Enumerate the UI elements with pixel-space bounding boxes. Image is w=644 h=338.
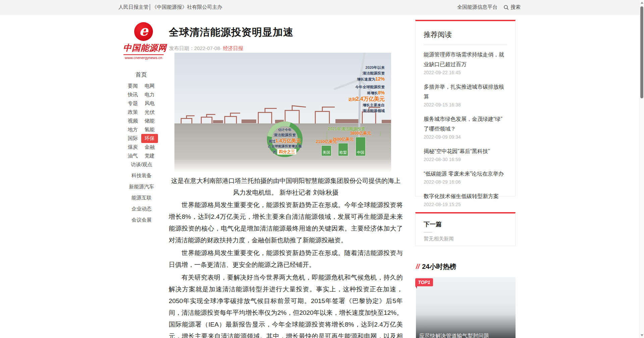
bar-chart: 2021年清洁能源投资 2150亿美元 美国 2600亿美元 欧盟 3800亿美… <box>315 124 391 156</box>
publish-date: 发布日期：2022-07-08· <box>169 45 222 51</box>
paragraph: 有关研究表明，要解决好当今世界两大危机，即能源危机和气候危机，持久的解决方案就是… <box>169 272 403 338</box>
list-item[interactable]: 能源管理师市场需求持续走俏，就业缺口已超过百万 2022-09-22 16:45 <box>424 50 507 75</box>
sidebar-item-meitan[interactable]: 煤炭 <box>124 144 141 150</box>
sidebar-item-shipin[interactable]: 视频 <box>124 118 141 124</box>
sidebar-item-difang[interactable]: 地方 <box>124 127 141 133</box>
sidebar-item-guoji[interactable]: 国际 <box>124 135 141 142</box>
page-title: 全球清洁能源投资明显加速 <box>169 26 404 39</box>
divider <box>424 45 507 45</box>
next-article-title: 下一篇 <box>424 220 507 228</box>
sidebar-item-zhengce[interactable]: 政策 <box>124 109 141 115</box>
search-icon <box>503 5 509 10</box>
sidebar-item-yaowen[interactable]: 要闻 <box>124 83 141 89</box>
sidebar-item-home[interactable]: 首页 <box>125 71 157 79</box>
sidebar-item-qingneng[interactable]: 氢能 <box>141 127 158 133</box>
site-logo[interactable]: e 中国能源网 www.cnenergynews.cn <box>123 22 164 60</box>
next-article-empty: 暂无相关新闻 <box>424 236 507 242</box>
recommend-title: 推荐阅读 <box>424 30 507 39</box>
search-button[interactable]: 搜索 <box>503 4 521 10</box>
top1-badge: TOP1 <box>415 278 433 286</box>
list-item[interactable]: “低碳能源 零废未来”论坛在京举办 2022-08-29 16:06 <box>424 169 507 185</box>
list-item[interactable]: 揭秘“空中花园”幕后“黑科技” 2022-08-30 16:59 <box>424 146 507 162</box>
nav-extra: 访谈/观点 科技装备 新能源汽车 能源互联 企业动态 会议会展 <box>118 161 165 228</box>
hot-list-header: // 24小时热榜 <box>416 262 456 271</box>
hot-list-title: 24小时热榜 <box>422 262 456 271</box>
article-meta: 发布日期：2022-07-08· 经济日报 <box>169 45 243 52</box>
bar-column-china: 3800亿美元 中国 <box>352 124 369 156</box>
sidebar-item-xinnengyuan[interactable]: 新能源汽车 <box>118 184 165 190</box>
energy-platform-link[interactable]: 全国能源信息平台 <box>457 4 497 10</box>
next-article-box: 下一篇 暂无相关新闻 <box>415 212 516 246</box>
scrollbar-up-icon[interactable] <box>641 2 643 4</box>
sidebar-item-guangfu[interactable]: 光伏 <box>141 109 158 115</box>
bar-column-eu: 2600亿美元 欧盟 <box>335 124 352 156</box>
bar-china: 中国 <box>356 137 366 156</box>
site-name: 中国能源网 <box>123 42 164 53</box>
sidebar-item-dangjian[interactable]: 党建 <box>141 153 158 159</box>
divider <box>424 232 432 233</box>
sidebar-item-jinrong[interactable]: 金融 <box>141 144 158 150</box>
scrollbar-thumb[interactable] <box>640 6 643 98</box>
sidebar-item-dianwang[interactable]: 电网 <box>141 83 158 89</box>
sidebar-item-huiyi[interactable]: 会议会展 <box>118 217 165 223</box>
sidebar-item-fangtan[interactable]: 访谈/观点 <box>118 161 165 168</box>
logo-underline <box>123 54 164 55</box>
topbar-right: 全国能源信息平台 搜索 <box>457 4 521 10</box>
list-item[interactable]: 多措并举，扎实推进城市碳排放核算 2022-09-15 16:38 <box>424 82 507 107</box>
sidebar-item-huanbao-active[interactable]: 环保 <box>141 134 158 143</box>
scrollbar-down-icon[interactable] <box>641 334 643 336</box>
nav-menu: 要闻电网 快讯电力 专题风电 政策光伏 视频储能 地方氢能 国际环保 煤炭金融 … <box>124 82 158 160</box>
paragraph: 世界能源格局发生重要变化，能源投资新趋势正在形成。今年全球能源投资将增长8%，达… <box>169 199 403 246</box>
list-item[interactable]: 数字化技术催生低碳转型新方案 2022-08-19 15:25 <box>424 191 507 207</box>
topbar: 人民日报主管│《中国能源报》社有限公司主办 全国能源信息平台 搜索 <box>0 0 639 14</box>
sidebar-item-fengdian[interactable]: 风电 <box>141 100 158 107</box>
bar-chart-bracket-right <box>380 132 381 136</box>
search-label: 搜索 <box>511 4 521 10</box>
logo-e-icon: e <box>134 22 153 41</box>
site-sponsor-text: 人民日报主管│《中国能源报》社有限公司主办 <box>118 4 222 10</box>
article-image: 2020年以来 清洁能源投资 增长速度为12% 今年全球能源投资 将增长8% 达… <box>174 53 391 173</box>
hot-item-title: 应尽快解决管道输气掣肘问题 <box>419 333 489 338</box>
sidebar-item-keji[interactable]: 科技装备 <box>118 173 165 179</box>
sidebar-item-youqi[interactable]: 油气 <box>124 153 141 159</box>
bar-column-us: 2150亿美元 美国 <box>318 124 335 156</box>
scrollbar[interactable] <box>639 0 644 338</box>
sidebar-item-dianli[interactable]: 电力 <box>141 92 158 98</box>
donut-chart-text: 估计今年 清洁能源投资 超过1.4万亿美元 占全球能源投资增长额 的 四分之三 <box>262 127 307 155</box>
sidebar-item-chuneng[interactable]: 储能 <box>141 118 158 124</box>
page: 人民日报主管│《中国能源报》社有限公司主办 全国能源信息平台 搜索 e 中国能源… <box>0 0 644 338</box>
bar-us: 美国 <box>321 145 331 156</box>
slashes-icon: // <box>416 263 420 271</box>
paragraph: 世界能源格局发生重要变化，能源投资新趋势正在形成。随着清洁能源投资与日俱增，一条… <box>169 247 403 271</box>
sidebar-item-hulian[interactable]: 能源互联 <box>118 195 165 201</box>
infographic-block-2020: 2020年以来 清洁能源投资 增长速度为12% <box>357 65 385 82</box>
list-item[interactable]: 服务城市绿色发展，金茂绿建“绿”了哪些领域？ 2022-09-09 09:34 <box>424 114 507 140</box>
recommend-box: 推荐阅读 能源管理师市场需求持续走俏，就业缺口已超过百万 2022-09-22 … <box>415 20 516 196</box>
top1-badge-fold <box>415 286 417 289</box>
sidebar-item-kuaixun[interactable]: 快讯 <box>124 92 141 98</box>
sidebar-item-zhuanti[interactable]: 专题 <box>124 100 141 107</box>
site-url: www.cnenergynews.cn <box>123 56 164 60</box>
article-source: 经济日报 <box>223 45 243 51</box>
infographic-block-thisyear: 今年全球能源投资 将增长8% 达到2.4万亿美元 增长主要来自 清洁能源领域 <box>348 84 385 114</box>
image-caption: 这是在意大利南部港口塔兰托拍摄的由中国明阳智慧能源集团股份公司提供的海上风力发电… <box>169 175 403 198</box>
bar-eu: 欧盟 <box>338 143 348 156</box>
sidebar-item-qiye[interactable]: 企业动态 <box>118 206 165 212</box>
hot-list-item-1[interactable]: 应尽快解决管道输气掣肘问题 <box>416 277 516 338</box>
article-body: 这是在意大利南部港口塔兰托拍摄的由中国明阳智慧能源集团股份公司提供的海上风力发电… <box>169 175 403 338</box>
